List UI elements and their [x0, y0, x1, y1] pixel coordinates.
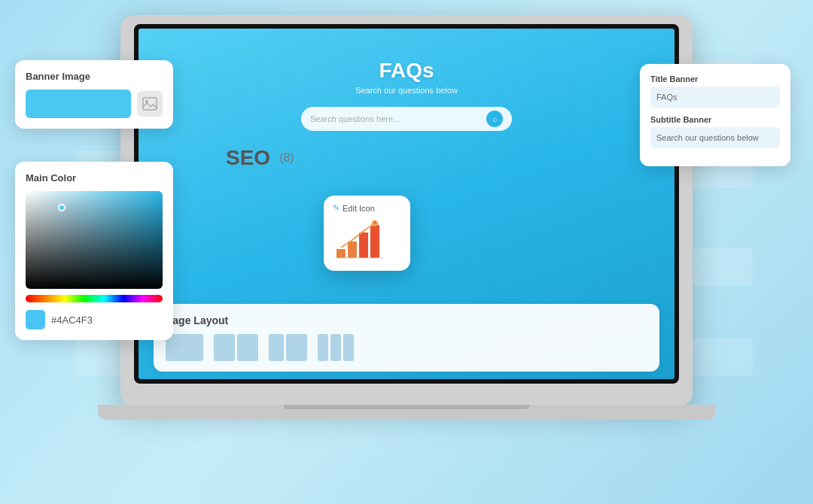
- laptop-base: [98, 405, 715, 420]
- svg-rect-2: [359, 232, 368, 258]
- subtitle-banner-value: Search our questions below: [656, 133, 759, 142]
- banner-image-input[interactable]: [26, 90, 163, 118]
- page-layout-title: Page Layout: [166, 314, 647, 326]
- color-value-row: #4AC4F3: [26, 310, 163, 329]
- color-gradient-picker[interactable]: [26, 191, 163, 289]
- title-banner-panel: Title Banner FAQs Subtitle Banner Search…: [640, 64, 790, 166]
- layout-two-block-1: [214, 334, 235, 361]
- color-swatch[interactable]: [26, 310, 45, 329]
- search-icon: ⌕: [486, 111, 503, 127]
- subtitle-banner-input[interactable]: Search our questions below: [650, 127, 780, 148]
- image-icon[interactable]: [137, 91, 163, 117]
- layout-four[interactable]: [318, 334, 354, 361]
- subtitle-banner-label: Subtitle Banner: [650, 115, 780, 124]
- layout-three-block-1: [269, 334, 284, 361]
- color-picker-dot: [58, 204, 65, 211]
- banner-image-panel: Banner Image: [15, 60, 173, 129]
- svg-rect-1: [348, 241, 357, 258]
- seo-bar: SEO (8): [139, 146, 674, 170]
- layout-four-block-2: [330, 334, 341, 361]
- layout-single-block: [166, 334, 203, 361]
- main-color-title: Main Color: [26, 172, 163, 184]
- title-banner-input[interactable]: FAQs: [650, 87, 780, 108]
- layout-two-block-2: [237, 334, 258, 361]
- color-hex-value: #4AC4F3: [51, 314, 93, 326]
- layout-single[interactable]: [166, 334, 203, 361]
- main-color-panel: Main Color #4AC4F3: [15, 162, 173, 340]
- title-banner-label: Title Banner: [650, 74, 780, 83]
- search-placeholder: Search questions here...: [310, 114, 486, 123]
- layout-options: [166, 334, 647, 361]
- color-spectrum-slider[interactable]: [26, 295, 163, 302]
- screen-search-bar[interactable]: Search questions here... ⌕: [301, 107, 512, 131]
- layout-three[interactable]: [269, 334, 307, 361]
- svg-rect-0: [336, 249, 346, 258]
- title-banner-value: FAQs: [656, 93, 678, 102]
- banner-image-preview: [26, 90, 131, 118]
- faqs-subtitle: Search our questions below: [355, 86, 458, 95]
- layout-four-block-1: [318, 334, 328, 361]
- seo-count: (8): [279, 151, 294, 165]
- edit-icon-chart: [333, 219, 385, 260]
- layout-four-block-3: [343, 334, 354, 361]
- svg-rect-7: [143, 98, 157, 110]
- pencil-icon: ✎: [333, 203, 340, 213]
- edit-icon-popup[interactable]: ✎ Edit Icon: [324, 196, 410, 271]
- svg-rect-3: [370, 225, 379, 258]
- seo-label: SEO: [226, 146, 270, 170]
- banner-image-title: Banner Image: [26, 71, 163, 82]
- edit-icon-label: ✎ Edit Icon: [333, 203, 401, 213]
- layout-three-block-2: [286, 334, 307, 361]
- faqs-title: FAQs: [379, 59, 434, 83]
- page-layout-card: Page Layout: [154, 304, 659, 372]
- layout-two[interactable]: [214, 334, 258, 361]
